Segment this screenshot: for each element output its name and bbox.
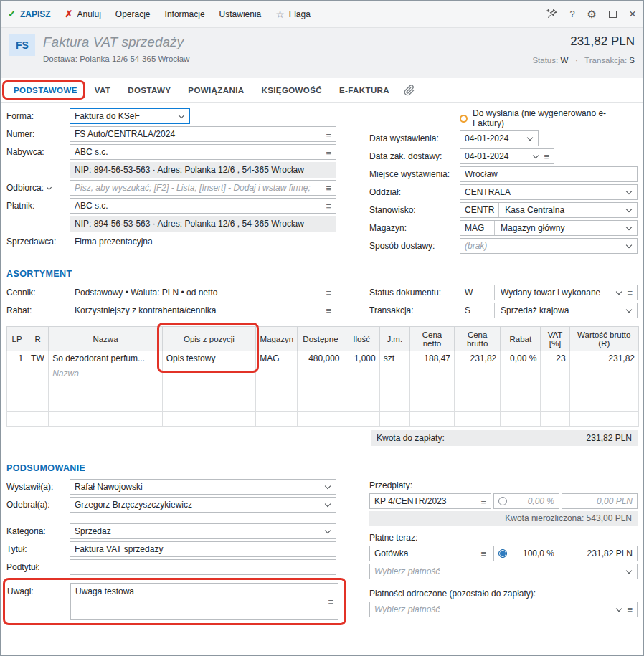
col-jm[interactable]: J.m. xyxy=(379,327,409,351)
platnosc-doc-field[interactable]: Gotówka ≡ xyxy=(369,546,491,561)
chevron-down-icon[interactable] xyxy=(626,206,632,211)
menu-icon[interactable]: ≡ xyxy=(326,201,331,211)
tab-podstawowe[interactable]: PODSTAWOWE xyxy=(5,82,86,99)
cell-rabat[interactable]: 0,00 % xyxy=(501,351,541,366)
odbiorca-input[interactable] xyxy=(75,183,321,193)
wystawil-select[interactable]: Rafał Nawojowski xyxy=(70,479,336,495)
przedplata-percent-field[interactable]: 0,00 % xyxy=(493,493,559,509)
menu-icon[interactable]: ≡ xyxy=(480,549,486,558)
col-nazwa[interactable]: Nazwa xyxy=(49,327,163,351)
menu-icon[interactable]: ≡ xyxy=(544,152,549,161)
col-vat[interactable]: VAT [%] xyxy=(541,327,569,351)
menu-icon[interactable]: ≡ xyxy=(326,184,331,193)
radio-checked-icon[interactable] xyxy=(498,549,507,558)
numer-field[interactable]: FS Auto/CENTRALA/2024 ≡ xyxy=(70,126,336,142)
cell-r[interactable]: TW xyxy=(27,351,49,366)
cancel-button[interactable]: ✗ Anuluj xyxy=(65,9,101,19)
status-dokumentu-select[interactable]: W Wydany towar i wykonane ≡ xyxy=(460,285,638,300)
podtytul-field[interactable] xyxy=(70,559,336,575)
chevron-down-icon[interactable] xyxy=(533,152,539,158)
cell-nazwa[interactable]: So dezodorant perfum... xyxy=(49,351,163,366)
odebral-select[interactable]: Grzegorz Brzęczyszczykiewicz xyxy=(70,497,336,513)
cell-vat[interactable]: 23 xyxy=(541,351,569,366)
sposob-dostawy-select[interactable]: (brak) xyxy=(460,238,638,254)
menu-ustawienia[interactable]: Ustawienia xyxy=(219,9,262,19)
new-item-placeholder[interactable]: Nazwa xyxy=(49,366,163,381)
col-rabat[interactable]: Rabat xyxy=(501,327,541,351)
cennik-field[interactable]: Podstawowy • Waluta: PLN • od netto ≡ xyxy=(70,285,336,300)
chevron-down-icon[interactable] xyxy=(616,288,622,294)
menu-icon[interactable]: ≡ xyxy=(326,130,331,139)
menu-icon[interactable]: ≡ xyxy=(328,597,333,607)
sprzedawca-field[interactable]: Firma prezentacyjna xyxy=(70,234,336,249)
chevron-down-icon[interactable] xyxy=(626,224,632,229)
przedplata-doc-field[interactable]: KP 4/CENTR/2023 ≡ xyxy=(369,493,491,509)
cell-wartosc[interactable]: 231,82 xyxy=(569,351,638,366)
tytul-field[interactable]: Faktura VAT sprzedaży xyxy=(70,541,336,557)
przedplata-amount-field[interactable]: 0,00 PLN xyxy=(562,493,638,509)
menu-icon[interactable]: ≡ xyxy=(627,605,633,614)
cell-cena-netto[interactable]: 188,47 xyxy=(409,351,454,366)
magazyn-select[interactable]: MAG Magazyn główny xyxy=(460,220,638,236)
data-dostawy-picker[interactable]: 04-01-2024 ≡ xyxy=(460,148,554,164)
odbiorca-label-dropdown[interactable]: Odbiorca: xyxy=(6,183,70,193)
wybierz-platnosc-select-1[interactable]: Wybierz płatność xyxy=(369,564,638,579)
col-r[interactable]: R xyxy=(27,327,49,351)
col-cena-netto[interactable]: Cena netto xyxy=(409,327,454,351)
odbiorca-field[interactable]: ≡ xyxy=(70,180,336,196)
stanowisko-select[interactable]: CENTR Kasa Centralna xyxy=(460,202,638,218)
chevron-down-icon[interactable] xyxy=(616,605,622,611)
menu-icon[interactable]: ≡ xyxy=(326,288,331,298)
platnik-field[interactable]: ABC s.c. ≡ xyxy=(70,198,336,214)
wybierz-platnosc-select-2[interactable]: Wybierz płatność ≡ xyxy=(369,602,638,617)
nabywca-field[interactable]: ABC s.c. ≡ xyxy=(70,144,336,160)
save-button[interactable]: ✓ ZAPISZ xyxy=(8,9,51,19)
col-wartosc-brutto[interactable]: Wartość brutto (R) xyxy=(569,327,638,351)
col-cena-brutto[interactable]: Cena brutto xyxy=(455,327,501,351)
tab-powiazania[interactable]: POWIĄZANIA xyxy=(179,82,252,99)
chevron-down-icon[interactable] xyxy=(626,188,632,194)
cell-cena-brutto[interactable]: 231,82 xyxy=(455,351,501,366)
cell-magazyn[interactable]: MAG xyxy=(256,351,298,366)
chevron-down-icon[interactable] xyxy=(179,112,184,118)
col-dostepne[interactable]: Dostępne xyxy=(298,327,344,351)
col-magazyn[interactable]: Magazyn xyxy=(256,327,298,351)
forma-select[interactable]: Faktura do KSeF xyxy=(70,108,190,124)
menu-icon[interactable]: ≡ xyxy=(326,148,331,157)
chevron-down-icon[interactable] xyxy=(626,242,632,247)
maximize-icon[interactable] xyxy=(609,11,617,18)
gear-icon[interactable]: ⚙ xyxy=(587,8,597,21)
col-ilosc[interactable]: Ilość xyxy=(344,327,379,351)
platnosc-percent-field[interactable]: 100,0 % xyxy=(493,546,559,561)
flag-button[interactable]: ☆ Flaga xyxy=(275,9,311,20)
menu-operacje[interactable]: Operacje xyxy=(115,9,151,19)
rabat-field[interactable]: Korzystniejszy z kontrahenta/cennika ≡ xyxy=(70,303,336,318)
menu-icon[interactable]: ≡ xyxy=(326,306,331,315)
col-opis-z-pozycji[interactable]: Opis z pozycji xyxy=(162,327,255,351)
kategoria-select[interactable]: Sprzedaż xyxy=(70,523,336,539)
help-icon[interactable]: ? xyxy=(569,9,574,19)
cell-dostepne[interactable]: 480,000 xyxy=(298,351,344,366)
uwagi-textarea[interactable]: Uwaga testowa ≡ xyxy=(70,583,338,620)
chevron-down-icon[interactable] xyxy=(325,527,331,533)
tab-vat[interactable]: VAT xyxy=(86,82,120,99)
menu-icon[interactable]: ≡ xyxy=(480,497,486,506)
oddzial-select[interactable]: CENTRALA xyxy=(460,184,638,200)
data-wystawienia-picker[interactable]: 04-01-2024 xyxy=(460,130,539,146)
chevron-down-icon[interactable] xyxy=(527,134,533,140)
chevron-down-icon[interactable] xyxy=(626,306,632,312)
menu-informacje[interactable]: Informacje xyxy=(165,9,205,19)
cell-jm[interactable]: szt xyxy=(379,351,409,366)
menu-icon[interactable]: ≡ xyxy=(627,288,633,298)
chevron-down-icon[interactable] xyxy=(325,500,331,506)
transakcja-select[interactable]: S Sprzedaż krajowa xyxy=(460,303,638,318)
tab-dostawy[interactable]: DOSTAWY xyxy=(119,82,179,99)
attachments-paperclip-icon[interactable] xyxy=(404,85,415,96)
tab-efaktura[interactable]: E-FAKTURA xyxy=(331,82,398,99)
radio-unchecked-icon[interactable] xyxy=(498,497,507,505)
chevron-down-icon[interactable] xyxy=(626,567,632,573)
miejsce-field[interactable]: Wrocław xyxy=(460,166,638,182)
tab-ksiegowosc[interactable]: KSIĘGOWOŚĆ xyxy=(252,82,331,99)
col-lp[interactable]: LP xyxy=(7,327,27,351)
close-icon[interactable]: × xyxy=(629,7,636,22)
